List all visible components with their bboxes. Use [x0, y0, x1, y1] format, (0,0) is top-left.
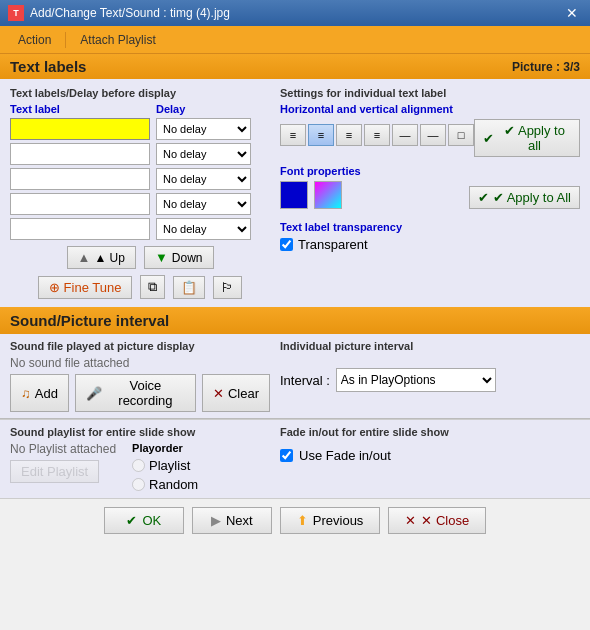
alignment-buttons: ≡ ≡ ≡ ≡ — — □ — [280, 124, 474, 146]
delay-select-1[interactable]: No delay — [156, 118, 251, 140]
voice-recording-button[interactable]: 🎤 Voice recording — [75, 374, 196, 412]
text-label-row-3: No delay — [10, 168, 270, 190]
align-center-btn[interactable]: ≡ — [308, 124, 334, 146]
edit-playlist-button[interactable]: Edit Playlist — [10, 460, 99, 483]
paste-button[interactable]: 📋 — [173, 276, 205, 299]
text-labels-panel-label: Text labels/Delay before display — [10, 87, 270, 99]
text-label-input-5[interactable] — [10, 218, 150, 240]
sound-right-panel: Individual picture interval Interval : A… — [280, 340, 580, 412]
transparent-label: Transparent — [298, 237, 368, 252]
ok-button[interactable]: ✔ OK — [104, 507, 184, 534]
sound-two-col: Sound file played at picture display No … — [10, 340, 580, 412]
text-label-input-1[interactable] — [10, 118, 150, 140]
text-labels-right-panel: Settings for individual text label Horiz… — [280, 87, 580, 299]
interval-label: Individual picture interval — [280, 340, 580, 352]
bottom-bar: ✔ OK ▶ Next ⬆ Previous ✕ ✕ Close — [0, 498, 590, 542]
sound-left-panel: Sound file played at picture display No … — [10, 340, 270, 412]
font-properties-label: Font properties — [280, 165, 580, 177]
playorder-section: Playorder Playlist Random — [132, 442, 198, 492]
menu-bar: Action Attach Playlist — [0, 26, 590, 54]
playorder-options: Playlist Random — [132, 458, 198, 492]
delay-select-5[interactable]: No delay — [156, 218, 251, 240]
close-icon: ✕ — [405, 513, 416, 528]
interval-row: Interval : As in PlayOptions — [280, 368, 580, 392]
text-labels-header: Text labels — [10, 58, 86, 75]
check-icon-2: ✔ — [478, 190, 489, 205]
transparency-label: Text label transparency — [280, 221, 580, 233]
delay-select-2[interactable]: No delay — [156, 143, 251, 165]
transparent-checkbox[interactable] — [280, 238, 293, 251]
playlist-section: Sound playlist for entire slide show No … — [0, 419, 590, 498]
transparent-checkbox-row: Transparent — [280, 237, 580, 252]
special-button[interactable]: 🏳 — [213, 276, 242, 299]
delay-select-3[interactable]: No delay — [156, 168, 251, 190]
previous-icon: ⬆ — [297, 513, 308, 528]
copy-button[interactable]: ⧉ — [140, 275, 165, 299]
playlist-two-col: Sound playlist for entire slide show No … — [10, 426, 580, 492]
next-button[interactable]: ▶ Next — [192, 507, 272, 534]
sound-file-label: Sound file played at picture display — [10, 340, 270, 352]
font-color-row — [280, 181, 342, 209]
align-left-btn[interactable]: ≡ — [280, 124, 306, 146]
apply-to-all-alignment-btn[interactable]: ✔ ✔ Apply to all — [474, 119, 580, 157]
next-icon: ▶ — [211, 513, 221, 528]
picture-counter: Picture : 3/3 — [512, 60, 580, 74]
close-button[interactable]: ✕ ✕ Close — [388, 507, 486, 534]
title-bar: T Add/Change Text/Sound : timg (4).jpg ✕ — [0, 0, 590, 26]
ok-check-icon: ✔ — [126, 513, 137, 528]
window-close-button[interactable]: ✕ — [562, 5, 582, 21]
fine-tune-row: ⊕ Fine Tune ⧉ 📋 🏳 — [10, 275, 270, 299]
align-right-btn[interactable]: ≡ — [336, 124, 362, 146]
fade-checkbox[interactable] — [280, 449, 293, 462]
fine-tune-icon: ⊕ — [49, 280, 60, 295]
up-icon: ▲ — [78, 250, 91, 265]
previous-button[interactable]: ⬆ Previous — [280, 507, 381, 534]
text-label-row-1: No delay — [10, 118, 270, 140]
interval-select[interactable]: As in PlayOptions — [336, 368, 496, 392]
playlist-left-panel: Sound playlist for entire slide show No … — [10, 426, 270, 492]
playlist-option-label: Playlist — [132, 458, 198, 473]
fade-label-text: Use Fade in/out — [299, 448, 391, 463]
text-label-row-4: No delay — [10, 193, 270, 215]
align-top-btn[interactable]: — — [392, 124, 418, 146]
up-button[interactable]: ▲ ▲ Up — [67, 246, 136, 269]
text-label-input-4[interactable] — [10, 193, 150, 215]
menu-action[interactable]: Action — [8, 29, 61, 51]
apply-to-all-font-btn[interactable]: ✔ ✔ Apply to All — [469, 186, 580, 209]
alignment-label: Horizontal and vertical alignment — [280, 103, 580, 115]
random-radio[interactable] — [132, 478, 145, 491]
text-label-row-2: No delay — [10, 143, 270, 165]
fade-label: Fade in/out for entire slide show — [280, 426, 580, 438]
playorder-label: Playorder — [132, 442, 198, 454]
col-header-delay-label: Delay — [156, 103, 185, 115]
settings-panel-label: Settings for individual text label — [280, 87, 580, 99]
text-label-input-3[interactable] — [10, 168, 150, 190]
sound-section-content: Sound file played at picture display No … — [0, 334, 590, 418]
app-icon: T — [8, 5, 24, 21]
text-label-row-5: No delay — [10, 218, 270, 240]
align-middle-btn[interactable]: — — [420, 124, 446, 146]
playlist-left-inner: No Playlist attached Edit Playlist — [10, 442, 116, 483]
clear-sound-button[interactable]: ✕ Clear — [202, 374, 270, 412]
add-sound-button[interactable]: ♫ Add — [10, 374, 69, 412]
text-label-input-2[interactable] — [10, 143, 150, 165]
random-option-label: Random — [132, 477, 198, 492]
align-box-btn[interactable]: □ — [448, 124, 474, 146]
up-down-row: ▲ ▲ Up ▼ Down — [10, 246, 270, 269]
menu-attach-playlist[interactable]: Attach Playlist — [70, 29, 165, 51]
music-icon: ♫ — [21, 386, 31, 401]
playlist-content: No Playlist attached Edit Playlist Playo… — [10, 442, 270, 492]
font-color-box[interactable] — [280, 181, 308, 209]
down-button[interactable]: ▼ Down — [144, 246, 214, 269]
fine-tune-button[interactable]: ⊕ Fine Tune — [38, 276, 133, 299]
down-icon: ▼ — [155, 250, 168, 265]
check-icon: ✔ — [483, 131, 494, 146]
playlist-radio[interactable] — [132, 459, 145, 472]
interval-text: Interval : — [280, 373, 330, 388]
font-gradient-box[interactable] — [314, 181, 342, 209]
mic-icon: 🎤 — [86, 386, 102, 401]
menu-separator — [65, 32, 66, 48]
delay-select-4[interactable]: No delay — [156, 193, 251, 215]
col-header-text-label: Text label — [10, 103, 150, 115]
align-justify-btn[interactable]: ≡ — [364, 124, 390, 146]
